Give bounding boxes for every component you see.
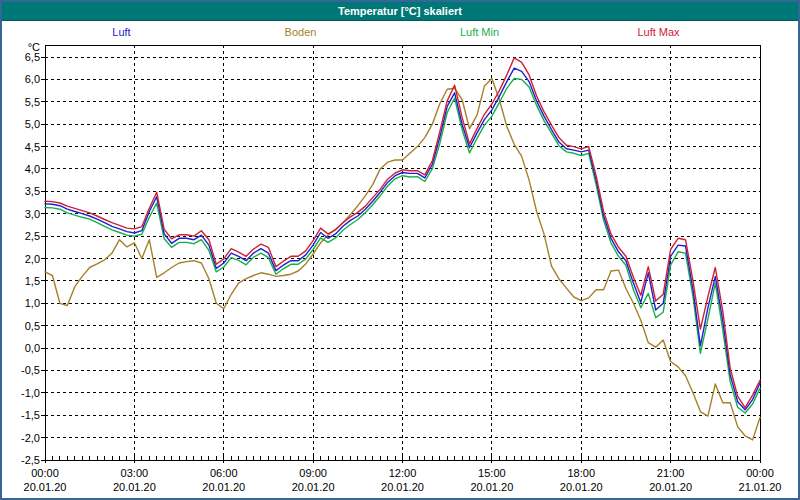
x-tick-time-label: 06:00 xyxy=(210,467,238,479)
y-tick-label: 5,0 xyxy=(25,118,40,130)
axes xyxy=(41,45,760,463)
page-title: Temperatur [°C] skaliert xyxy=(338,5,462,17)
y-tick-label: 3,5 xyxy=(25,185,40,197)
chart-legend: Luft Boden Luft Min Luft Max xyxy=(2,21,798,42)
x-tick-time-label: 18:00 xyxy=(567,467,595,479)
x-tick-date-label: 20.01.20 xyxy=(202,481,245,493)
x-tick-date-label: 20.01.20 xyxy=(113,481,156,493)
x-tick-time-label: 03:00 xyxy=(121,467,149,479)
y-axis-labels: °C6,56,05,55,04,54,03,53,02,52,01,51,00,… xyxy=(21,42,40,466)
y-tick-label: -1,0 xyxy=(21,387,40,399)
x-axis-labels: 00:0020.01.2003:0020.01.2006:0020.01.200… xyxy=(24,467,782,493)
y-tick-label: -2,0 xyxy=(21,432,40,444)
y-tick-label: 1,5 xyxy=(25,275,40,287)
y-tick-label: -1,5 xyxy=(21,409,40,421)
legend-item-luft-min[interactable]: Luft Min xyxy=(390,26,569,38)
window-title-bar: Temperatur [°C] skaliert xyxy=(2,2,798,21)
x-tick-date-label: 20.01.20 xyxy=(24,481,67,493)
y-tick-label: 2,5 xyxy=(25,230,40,242)
temperature-chart: °C6,56,05,55,04,54,03,53,02,52,01,51,00,… xyxy=(2,42,798,498)
y-tick-label: 6,5 xyxy=(25,51,40,63)
y-tick-label: 3,0 xyxy=(25,208,40,220)
x-tick-date-label: 20.01.20 xyxy=(381,481,424,493)
legend-item-luft-max[interactable]: Luft Max xyxy=(569,26,748,38)
series-boden xyxy=(45,79,760,440)
y-tick-label: 0,0 xyxy=(25,342,40,354)
x-tick-time-label: 15:00 xyxy=(478,467,506,479)
legend-item-boden[interactable]: Boden xyxy=(211,26,390,38)
x-tick-time-label: 12:00 xyxy=(389,467,417,479)
chart-area: °C6,56,05,55,04,54,03,53,02,52,01,51,00,… xyxy=(2,42,798,498)
y-tick-label: -0,5 xyxy=(21,364,40,376)
y-tick-label: 6,0 xyxy=(25,73,40,85)
x-tick-date-label: 20.01.20 xyxy=(470,481,513,493)
y-tick-label: 0,5 xyxy=(25,320,40,332)
y-tick-label: -2,5 xyxy=(21,454,40,466)
x-tick-date-label: 20.01.20 xyxy=(292,481,335,493)
y-tick-label: 4,0 xyxy=(25,163,40,175)
y-tick-label: 1,0 xyxy=(25,297,40,309)
chart-window: Temperatur [°C] skaliert Luft Boden Luft… xyxy=(0,0,800,500)
x-tick-time-label: 09:00 xyxy=(299,467,327,479)
legend-item-luft[interactable]: Luft xyxy=(32,26,211,38)
y-tick-label: 5,5 xyxy=(25,96,40,108)
y-tick-label: 2,0 xyxy=(25,253,40,265)
x-tick-date-label: 20.01.20 xyxy=(560,481,603,493)
x-tick-time-label: 00:00 xyxy=(746,467,774,479)
x-tick-date-label: 20.01.20 xyxy=(649,481,692,493)
y-tick-label: 4,5 xyxy=(25,141,40,153)
x-tick-date-label: 21.01.20 xyxy=(739,481,782,493)
x-tick-time-label: 00:00 xyxy=(31,467,59,479)
x-tick-time-label: 21:00 xyxy=(657,467,685,479)
